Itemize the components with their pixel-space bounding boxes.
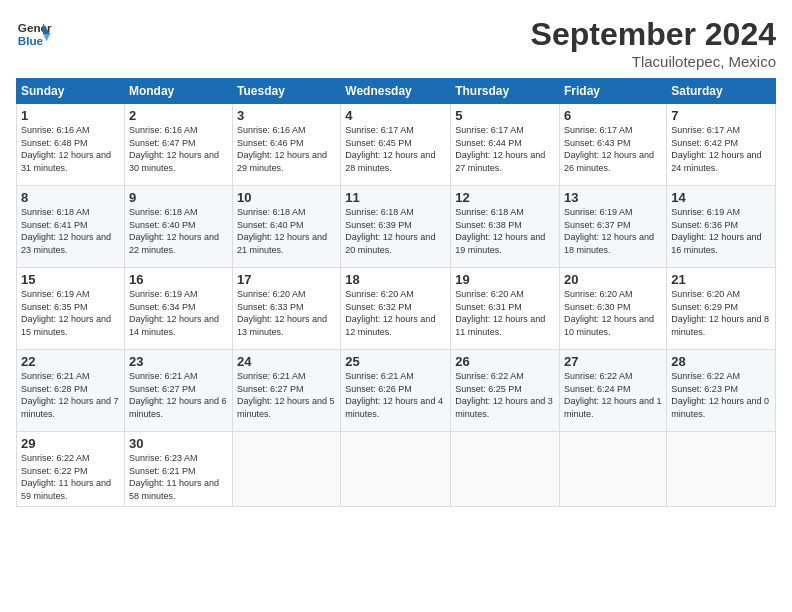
day-info: Sunrise: 6:20 AMSunset: 6:29 PMDaylight:… [671,288,771,338]
calendar-body: 1Sunrise: 6:16 AMSunset: 6:48 PMDaylight… [17,104,776,507]
calendar-cell: 19Sunrise: 6:20 AMSunset: 6:31 PMDayligh… [451,268,560,350]
day-number: 2 [129,108,228,123]
day-info: Sunrise: 6:22 AMSunset: 6:25 PMDaylight:… [455,370,555,420]
calendar-cell: 16Sunrise: 6:19 AMSunset: 6:34 PMDayligh… [124,268,232,350]
weekday-friday: Friday [560,79,667,104]
day-number: 22 [21,354,120,369]
month-title: September 2024 [531,16,776,53]
calendar-cell: 2Sunrise: 6:16 AMSunset: 6:47 PMDaylight… [124,104,232,186]
calendar-cell: 13Sunrise: 6:19 AMSunset: 6:37 PMDayligh… [560,186,667,268]
day-info: Sunrise: 6:22 AMSunset: 6:24 PMDaylight:… [564,370,662,420]
day-info: Sunrise: 6:23 AMSunset: 6:21 PMDaylight:… [129,452,228,502]
calendar-cell: 17Sunrise: 6:20 AMSunset: 6:33 PMDayligh… [233,268,341,350]
day-number: 17 [237,272,336,287]
day-info: Sunrise: 6:21 AMSunset: 6:28 PMDaylight:… [21,370,120,420]
day-number: 15 [21,272,120,287]
day-info: Sunrise: 6:21 AMSunset: 6:27 PMDaylight:… [129,370,228,420]
calendar-cell: 5Sunrise: 6:17 AMSunset: 6:44 PMDaylight… [451,104,560,186]
day-info: Sunrise: 6:22 AMSunset: 6:22 PMDaylight:… [21,452,120,502]
weekday-thursday: Thursday [451,79,560,104]
day-info: Sunrise: 6:20 AMSunset: 6:30 PMDaylight:… [564,288,662,338]
weekday-tuesday: Tuesday [233,79,341,104]
day-number: 28 [671,354,771,369]
calendar-cell: 23Sunrise: 6:21 AMSunset: 6:27 PMDayligh… [124,350,232,432]
day-info: Sunrise: 6:19 AMSunset: 6:34 PMDaylight:… [129,288,228,338]
day-number: 19 [455,272,555,287]
logo-icon: General Blue [16,16,52,52]
calendar-cell: 1Sunrise: 6:16 AMSunset: 6:48 PMDaylight… [17,104,125,186]
day-info: Sunrise: 6:18 AMSunset: 6:40 PMDaylight:… [129,206,228,256]
calendar-cell: 8Sunrise: 6:18 AMSunset: 6:41 PMDaylight… [17,186,125,268]
day-number: 29 [21,436,120,451]
calendar-cell: 7Sunrise: 6:17 AMSunset: 6:42 PMDaylight… [667,104,776,186]
calendar-cell: 15Sunrise: 6:19 AMSunset: 6:35 PMDayligh… [17,268,125,350]
day-number: 4 [345,108,446,123]
calendar-cell: 10Sunrise: 6:18 AMSunset: 6:40 PMDayligh… [233,186,341,268]
title-block: September 2024 Tlacuilotepec, Mexico [531,16,776,70]
day-info: Sunrise: 6:19 AMSunset: 6:36 PMDaylight:… [671,206,771,256]
day-info: Sunrise: 6:18 AMSunset: 6:38 PMDaylight:… [455,206,555,256]
day-info: Sunrise: 6:17 AMSunset: 6:44 PMDaylight:… [455,124,555,174]
week-row-5: 29Sunrise: 6:22 AMSunset: 6:22 PMDayligh… [17,432,776,507]
calendar-cell: 18Sunrise: 6:20 AMSunset: 6:32 PMDayligh… [341,268,451,350]
day-info: Sunrise: 6:18 AMSunset: 6:40 PMDaylight:… [237,206,336,256]
day-info: Sunrise: 6:16 AMSunset: 6:48 PMDaylight:… [21,124,120,174]
location-title: Tlacuilotepec, Mexico [531,53,776,70]
calendar-cell: 9Sunrise: 6:18 AMSunset: 6:40 PMDaylight… [124,186,232,268]
day-number: 8 [21,190,120,205]
day-info: Sunrise: 6:20 AMSunset: 6:31 PMDaylight:… [455,288,555,338]
svg-text:Blue: Blue [18,34,44,47]
day-number: 9 [129,190,228,205]
day-info: Sunrise: 6:19 AMSunset: 6:35 PMDaylight:… [21,288,120,338]
weekday-saturday: Saturday [667,79,776,104]
calendar-cell [667,432,776,507]
calendar-page: General Blue September 2024 Tlacuilotepe… [0,0,792,612]
day-number: 3 [237,108,336,123]
calendar-cell: 30Sunrise: 6:23 AMSunset: 6:21 PMDayligh… [124,432,232,507]
day-info: Sunrise: 6:18 AMSunset: 6:39 PMDaylight:… [345,206,446,256]
weekday-wednesday: Wednesday [341,79,451,104]
calendar-cell: 22Sunrise: 6:21 AMSunset: 6:28 PMDayligh… [17,350,125,432]
day-number: 23 [129,354,228,369]
day-info: Sunrise: 6:21 AMSunset: 6:27 PMDaylight:… [237,370,336,420]
week-row-1: 1Sunrise: 6:16 AMSunset: 6:48 PMDaylight… [17,104,776,186]
weekday-header-row: SundayMondayTuesdayWednesdayThursdayFrid… [17,79,776,104]
weekday-sunday: Sunday [17,79,125,104]
day-number: 16 [129,272,228,287]
day-number: 6 [564,108,662,123]
day-number: 13 [564,190,662,205]
logo: General Blue [16,16,52,52]
day-number: 12 [455,190,555,205]
calendar-cell [341,432,451,507]
weekday-monday: Monday [124,79,232,104]
day-number: 10 [237,190,336,205]
calendar-cell: 28Sunrise: 6:22 AMSunset: 6:23 PMDayligh… [667,350,776,432]
week-row-3: 15Sunrise: 6:19 AMSunset: 6:35 PMDayligh… [17,268,776,350]
day-number: 5 [455,108,555,123]
calendar-cell: 26Sunrise: 6:22 AMSunset: 6:25 PMDayligh… [451,350,560,432]
calendar-cell: 27Sunrise: 6:22 AMSunset: 6:24 PMDayligh… [560,350,667,432]
calendar-table: SundayMondayTuesdayWednesdayThursdayFrid… [16,78,776,507]
calendar-cell: 11Sunrise: 6:18 AMSunset: 6:39 PMDayligh… [341,186,451,268]
day-number: 24 [237,354,336,369]
day-number: 27 [564,354,662,369]
calendar-cell [451,432,560,507]
day-info: Sunrise: 6:17 AMSunset: 6:45 PMDaylight:… [345,124,446,174]
svg-marker-3 [43,34,50,41]
calendar-cell: 6Sunrise: 6:17 AMSunset: 6:43 PMDaylight… [560,104,667,186]
day-info: Sunrise: 6:20 AMSunset: 6:33 PMDaylight:… [237,288,336,338]
day-number: 26 [455,354,555,369]
calendar-cell: 20Sunrise: 6:20 AMSunset: 6:30 PMDayligh… [560,268,667,350]
calendar-cell: 3Sunrise: 6:16 AMSunset: 6:46 PMDaylight… [233,104,341,186]
calendar-cell: 4Sunrise: 6:17 AMSunset: 6:45 PMDaylight… [341,104,451,186]
day-info: Sunrise: 6:21 AMSunset: 6:26 PMDaylight:… [345,370,446,420]
calendar-cell: 12Sunrise: 6:18 AMSunset: 6:38 PMDayligh… [451,186,560,268]
day-number: 11 [345,190,446,205]
calendar-cell [560,432,667,507]
day-info: Sunrise: 6:18 AMSunset: 6:41 PMDaylight:… [21,206,120,256]
calendar-cell [233,432,341,507]
header: General Blue September 2024 Tlacuilotepe… [16,16,776,70]
day-number: 25 [345,354,446,369]
week-row-4: 22Sunrise: 6:21 AMSunset: 6:28 PMDayligh… [17,350,776,432]
calendar-cell: 25Sunrise: 6:21 AMSunset: 6:26 PMDayligh… [341,350,451,432]
